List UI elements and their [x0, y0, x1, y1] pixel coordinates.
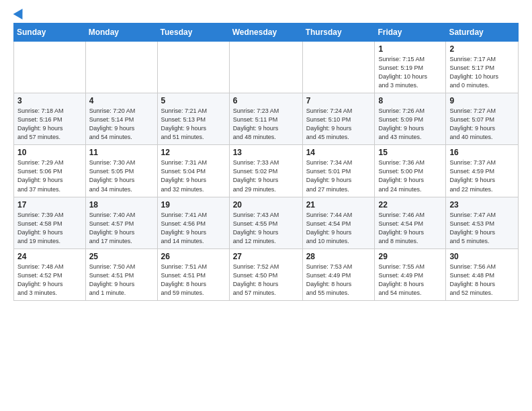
week-row-5: 24Sunrise: 7:48 AM Sunset: 4:52 PM Dayli…	[14, 248, 519, 300]
day-info: Sunrise: 7:44 AM Sunset: 4:54 PM Dayligh…	[306, 211, 371, 246]
day-info: Sunrise: 7:53 AM Sunset: 4:49 PM Dayligh…	[306, 263, 371, 298]
col-header-sunday: Sunday	[14, 24, 86, 42]
calendar-cell: 25Sunrise: 7:50 AM Sunset: 4:51 PM Dayli…	[85, 248, 157, 300]
day-number: 20	[233, 200, 299, 210]
day-number: 14	[306, 148, 371, 157]
day-number: 19	[161, 200, 226, 210]
day-info: Sunrise: 7:31 AM Sunset: 5:04 PM Dayligh…	[161, 158, 226, 193]
day-number: 29	[378, 252, 442, 261]
day-number: 27	[233, 252, 299, 261]
page: SundayMondayTuesdayWednesdayThursdayFrid…	[0, 0, 532, 312]
day-info: Sunrise: 7:55 AM Sunset: 4:49 PM Dayligh…	[378, 263, 442, 298]
calendar-cell: 24Sunrise: 7:48 AM Sunset: 4:52 PM Dayli…	[14, 248, 86, 300]
calendar-cell: 17Sunrise: 7:39 AM Sunset: 4:58 PM Dayli…	[14, 197, 86, 248]
calendar-cell: 23Sunrise: 7:47 AM Sunset: 4:53 PM Dayli…	[446, 197, 519, 248]
day-number: 3	[17, 96, 82, 105]
day-info: Sunrise: 7:43 AM Sunset: 4:55 PM Dayligh…	[233, 211, 299, 246]
calendar-cell: 11Sunrise: 7:30 AM Sunset: 5:05 PM Dayli…	[85, 145, 157, 197]
day-number: 24	[17, 252, 82, 261]
day-info: Sunrise: 7:37 AM Sunset: 4:59 PM Dayligh…	[449, 158, 515, 193]
calendar-cell: 1Sunrise: 7:15 AM Sunset: 5:19 PM Daylig…	[375, 42, 446, 93]
day-number: 16	[449, 148, 515, 157]
day-number: 15	[378, 148, 442, 157]
day-number: 17	[17, 200, 82, 210]
calendar-cell: 26Sunrise: 7:51 AM Sunset: 4:51 PM Dayli…	[157, 248, 229, 300]
calendar-cell	[85, 42, 157, 93]
week-row-4: 17Sunrise: 7:39 AM Sunset: 4:58 PM Dayli…	[14, 197, 519, 248]
calendar-cell	[14, 42, 86, 93]
day-number: 8	[378, 96, 442, 105]
day-number: 23	[449, 200, 515, 210]
logo	[13, 11, 26, 17]
day-info: Sunrise: 7:39 AM Sunset: 4:58 PM Dayligh…	[17, 211, 82, 246]
day-number: 7	[306, 96, 371, 105]
calendar-cell: 3Sunrise: 7:18 AM Sunset: 5:16 PM Daylig…	[14, 93, 86, 145]
day-number: 13	[233, 148, 299, 157]
day-number: 26	[161, 252, 226, 261]
calendar-cell: 5Sunrise: 7:21 AM Sunset: 5:13 PM Daylig…	[157, 93, 229, 145]
calendar-cell: 10Sunrise: 7:29 AM Sunset: 5:06 PM Dayli…	[14, 145, 86, 197]
calendar-cell: 28Sunrise: 7:53 AM Sunset: 4:49 PM Dayli…	[302, 248, 375, 300]
calendar-cell: 4Sunrise: 7:20 AM Sunset: 5:14 PM Daylig…	[85, 93, 157, 145]
calendar-cell: 13Sunrise: 7:33 AM Sunset: 5:02 PM Dayli…	[229, 145, 302, 197]
calendar-cell: 9Sunrise: 7:27 AM Sunset: 5:07 PM Daylig…	[446, 93, 519, 145]
day-number: 2	[449, 44, 515, 54]
calendar-cell	[229, 42, 302, 93]
col-header-saturday: Saturday	[446, 24, 519, 42]
calendar-cell: 30Sunrise: 7:56 AM Sunset: 4:48 PM Dayli…	[446, 248, 519, 300]
calendar-cell: 15Sunrise: 7:36 AM Sunset: 5:00 PM Dayli…	[375, 145, 446, 197]
day-number: 22	[378, 200, 442, 210]
day-number: 11	[89, 148, 154, 157]
day-number: 6	[233, 96, 299, 105]
day-info: Sunrise: 7:17 AM Sunset: 5:17 PM Dayligh…	[449, 55, 515, 90]
day-info: Sunrise: 7:50 AM Sunset: 4:51 PM Dayligh…	[89, 263, 154, 298]
header	[13, 11, 519, 17]
day-info: Sunrise: 7:29 AM Sunset: 5:06 PM Dayligh…	[17, 158, 82, 193]
calendar-cell: 21Sunrise: 7:44 AM Sunset: 4:54 PM Dayli…	[302, 197, 375, 248]
col-header-wednesday: Wednesday	[229, 24, 302, 42]
day-number: 5	[161, 96, 226, 105]
day-info: Sunrise: 7:23 AM Sunset: 5:11 PM Dayligh…	[233, 107, 299, 142]
day-info: Sunrise: 7:40 AM Sunset: 4:57 PM Dayligh…	[89, 211, 154, 246]
day-info: Sunrise: 7:51 AM Sunset: 4:51 PM Dayligh…	[161, 263, 226, 298]
day-info: Sunrise: 7:41 AM Sunset: 4:56 PM Dayligh…	[161, 211, 226, 246]
calendar-cell	[157, 42, 229, 93]
day-number: 10	[17, 148, 82, 157]
day-info: Sunrise: 7:30 AM Sunset: 5:05 PM Dayligh…	[89, 158, 154, 193]
calendar-cell	[302, 42, 375, 93]
calendar-cell: 2Sunrise: 7:17 AM Sunset: 5:17 PM Daylig…	[446, 42, 519, 93]
calendar-cell: 18Sunrise: 7:40 AM Sunset: 4:57 PM Dayli…	[85, 197, 157, 248]
day-number: 1	[378, 44, 442, 54]
calendar-cell: 7Sunrise: 7:24 AM Sunset: 5:10 PM Daylig…	[302, 93, 375, 145]
calendar-cell: 19Sunrise: 7:41 AM Sunset: 4:56 PM Dayli…	[157, 197, 229, 248]
col-header-thursday: Thursday	[302, 24, 375, 42]
day-info: Sunrise: 7:15 AM Sunset: 5:19 PM Dayligh…	[378, 55, 442, 90]
week-row-1: 1Sunrise: 7:15 AM Sunset: 5:19 PM Daylig…	[14, 42, 519, 93]
day-info: Sunrise: 7:33 AM Sunset: 5:02 PM Dayligh…	[233, 158, 299, 193]
day-number: 21	[306, 200, 371, 210]
calendar-cell: 6Sunrise: 7:23 AM Sunset: 5:11 PM Daylig…	[229, 93, 302, 145]
day-info: Sunrise: 7:56 AM Sunset: 4:48 PM Dayligh…	[449, 263, 515, 298]
day-info: Sunrise: 7:20 AM Sunset: 5:14 PM Dayligh…	[89, 107, 154, 142]
day-number: 25	[89, 252, 154, 261]
day-info: Sunrise: 7:27 AM Sunset: 5:07 PM Dayligh…	[449, 107, 515, 142]
day-number: 18	[89, 200, 154, 210]
day-number: 4	[89, 96, 154, 105]
calendar-cell: 29Sunrise: 7:55 AM Sunset: 4:49 PM Dayli…	[375, 248, 446, 300]
day-info: Sunrise: 7:48 AM Sunset: 4:52 PM Dayligh…	[17, 263, 82, 298]
calendar-cell: 12Sunrise: 7:31 AM Sunset: 5:04 PM Dayli…	[157, 145, 229, 197]
day-number: 28	[306, 252, 371, 261]
week-row-3: 10Sunrise: 7:29 AM Sunset: 5:06 PM Dayli…	[14, 145, 519, 197]
calendar-cell: 16Sunrise: 7:37 AM Sunset: 4:59 PM Dayli…	[446, 145, 519, 197]
calendar: SundayMondayTuesdayWednesdayThursdayFrid…	[13, 23, 519, 301]
calendar-cell: 27Sunrise: 7:52 AM Sunset: 4:50 PM Dayli…	[229, 248, 302, 300]
col-header-monday: Monday	[85, 24, 157, 42]
day-info: Sunrise: 7:18 AM Sunset: 5:16 PM Dayligh…	[17, 107, 82, 142]
day-number: 12	[161, 148, 226, 157]
calendar-cell: 8Sunrise: 7:26 AM Sunset: 5:09 PM Daylig…	[375, 93, 446, 145]
day-info: Sunrise: 7:26 AM Sunset: 5:09 PM Dayligh…	[378, 107, 442, 142]
calendar-cell: 22Sunrise: 7:46 AM Sunset: 4:54 PM Dayli…	[375, 197, 446, 248]
calendar-cell: 14Sunrise: 7:34 AM Sunset: 5:01 PM Dayli…	[302, 145, 375, 197]
day-info: Sunrise: 7:52 AM Sunset: 4:50 PM Dayligh…	[233, 263, 299, 298]
day-info: Sunrise: 7:36 AM Sunset: 5:00 PM Dayligh…	[378, 158, 442, 193]
